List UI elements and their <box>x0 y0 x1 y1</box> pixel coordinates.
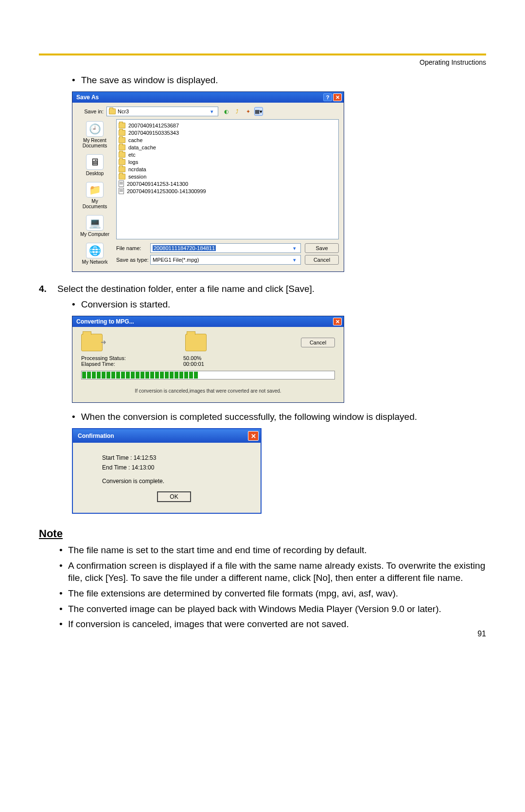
list-item[interactable]: data_cache <box>119 144 336 151</box>
page-number: 91 <box>477 630 486 638</box>
step-number: 4. <box>39 284 57 294</box>
elapsed-value: 00:00:01 <box>183 361 204 367</box>
step-text: Select the destination folder, enter a f… <box>57 284 315 294</box>
save-as-type-combo[interactable]: MPEG1 File(*.mpg) ▾ <box>150 255 301 265</box>
folder-icon <box>119 152 125 158</box>
list-item[interactable]: logs <box>119 158 336 165</box>
converting-footer: If conversion is canceled,images that we… <box>81 388 335 394</box>
note-item: The file extensions are determined by co… <box>59 587 486 600</box>
desktop-icon: 🖥 <box>86 154 104 170</box>
header-section: Operating Instructions <box>39 55 486 75</box>
list-item-label: 20070409141253000-141300999 <box>127 188 206 194</box>
new-folder-icon[interactable]: ✦ <box>244 107 252 116</box>
list-item[interactable]: 20070409141253687 <box>119 122 336 129</box>
places-bar: 🕘My Recent Documents 🖥Desktop 📁My Docume… <box>77 119 112 267</box>
place-my-documents[interactable]: 📁My Documents <box>80 182 110 209</box>
conf-start: Start Time : 14:12:53 <box>102 454 246 461</box>
list-item-label: 20070409141253687 <box>128 123 179 128</box>
save-in-label: Save in: <box>77 108 106 114</box>
file-list[interactable]: 2007040914125368720070409150335343cached… <box>116 119 339 239</box>
save-as-title-text: Save As <box>76 94 99 101</box>
folder-icon <box>119 144 125 150</box>
confirmation-dialog: Confirmation ✕ Start Time : 14:12:53 End… <box>72 428 262 514</box>
save-as-type-label: Save as type: <box>116 257 150 263</box>
converting-title: Converting to MPG... <box>76 318 134 325</box>
chevron-down-icon: ▾ <box>208 108 216 115</box>
list-item[interactable]: etc <box>119 151 336 158</box>
conf-msg: Conversion is complete. <box>102 478 246 485</box>
cancel-button[interactable]: Cancel <box>305 255 339 265</box>
file-name-label: File name: <box>116 245 150 251</box>
conf-end: End Time : 14:13:00 <box>102 464 246 471</box>
dest-folder-icon <box>185 334 207 351</box>
save-as-body: Save in: Ncr3 ▾ ◐ ⤴ ✦ ▦▾ 🕘My Recent Docu… <box>72 103 344 271</box>
list-item-label: 20070409150335343 <box>128 130 179 136</box>
converting-titlebar[interactable]: Converting to MPG... ✕ <box>72 316 344 327</box>
intro-bullet: The save as window is displayed. <box>72 75 486 86</box>
up-icon[interactable]: ⤴ <box>233 107 242 116</box>
list-item-label: etc <box>128 152 136 158</box>
list-item[interactable]: ncrdata <box>119 165 336 173</box>
save-in-value: Ncr3 <box>118 108 129 114</box>
note-item: A confirmation screen is displayed if a … <box>59 559 486 584</box>
file-icon <box>119 180 124 187</box>
my-network-icon: 🌐 <box>86 243 104 258</box>
my-documents-icon: 📁 <box>86 182 104 198</box>
list-item[interactable]: 20070409141253-141300 <box>119 180 336 187</box>
my-computer-icon: 💻 <box>86 215 104 231</box>
file-name-value: 20080111184720-184811 <box>153 245 216 251</box>
converting-cancel-button[interactable]: Cancel <box>301 338 335 347</box>
converting-dialog: Converting to MPG... ✕ ➜ Cancel Processi… <box>72 316 344 403</box>
note-list: The file name is set to the start time a… <box>59 544 486 631</box>
confirmation-titlebar[interactable]: Confirmation ✕ <box>73 429 261 443</box>
list-item-label: cache <box>128 137 142 143</box>
views-icon[interactable]: ▦▾ <box>254 107 263 116</box>
folder-icon <box>119 130 125 136</box>
place-desktop[interactable]: 🖥Desktop <box>80 154 110 176</box>
list-item-label: ncrdata <box>128 166 146 172</box>
close-icon[interactable]: ✕ <box>248 431 259 441</box>
list-item[interactable]: session <box>119 173 336 180</box>
folder-icon <box>119 166 125 172</box>
source-folder-icon: ➜ <box>81 334 103 351</box>
after-convert-bullet: When the conversion is completed success… <box>72 412 486 422</box>
list-item-label: logs <box>128 159 138 165</box>
folder-icon <box>119 174 125 180</box>
place-my-computer[interactable]: 💻My Computer <box>80 215 110 237</box>
progress-bar <box>81 371 335 379</box>
close-icon[interactable]: ✕ <box>333 318 342 325</box>
save-button[interactable]: Save <box>305 243 339 253</box>
list-item[interactable]: cache <box>119 136 336 144</box>
place-my-recent[interactable]: 🕘My Recent Documents <box>80 121 110 148</box>
file-name-input[interactable]: 20080111184720-184811 ▾ <box>150 243 301 253</box>
save-as-titlebar[interactable]: Save As ? ✕ <box>72 92 344 103</box>
recent-icon: 🕘 <box>86 121 104 137</box>
list-item-label: session <box>128 174 146 180</box>
step-4: 4. Select the destination folder, enter … <box>39 284 486 294</box>
step4-bullet: Conversion is started. <box>72 299 486 310</box>
note-item: The converted image can be played back w… <box>59 603 486 615</box>
note-item: If conversion is canceled, images that w… <box>59 618 486 631</box>
note-heading: Note <box>39 527 486 540</box>
list-item[interactable]: 20070409150335343 <box>119 129 336 136</box>
chevron-down-icon: ▾ <box>291 257 298 263</box>
nav-icons: ◐ ⤴ ✦ ▦▾ <box>222 107 263 116</box>
close-icon[interactable]: ✕ <box>333 93 342 101</box>
page: Operating Instructions The save as windo… <box>0 0 525 653</box>
elapsed-label: Elapsed Time: <box>81 361 183 367</box>
place-my-network[interactable]: 🌐My Network <box>80 243 110 265</box>
file-icon <box>119 188 124 194</box>
ok-button[interactable]: OK <box>157 491 191 502</box>
folder-icon <box>109 108 116 114</box>
back-icon[interactable]: ◐ <box>222 107 231 116</box>
proc-value: 50.00% <box>183 355 201 361</box>
confirmation-title: Confirmation <box>78 433 114 439</box>
save-in-combo[interactable]: Ncr3 ▾ <box>106 107 218 116</box>
list-item-label: 20070409141253-141300 <box>127 181 188 187</box>
list-item-label: data_cache <box>128 144 156 150</box>
help-icon[interactable]: ? <box>323 93 332 101</box>
proc-label: Processing Status: <box>81 355 183 361</box>
save-as-dialog: Save As ? ✕ Save in: Ncr3 ▾ ◐ ⤴ ✦ ▦▾ <box>72 91 344 272</box>
list-item[interactable]: 20070409141253000-141300999 <box>119 187 336 195</box>
folder-icon <box>119 159 125 165</box>
